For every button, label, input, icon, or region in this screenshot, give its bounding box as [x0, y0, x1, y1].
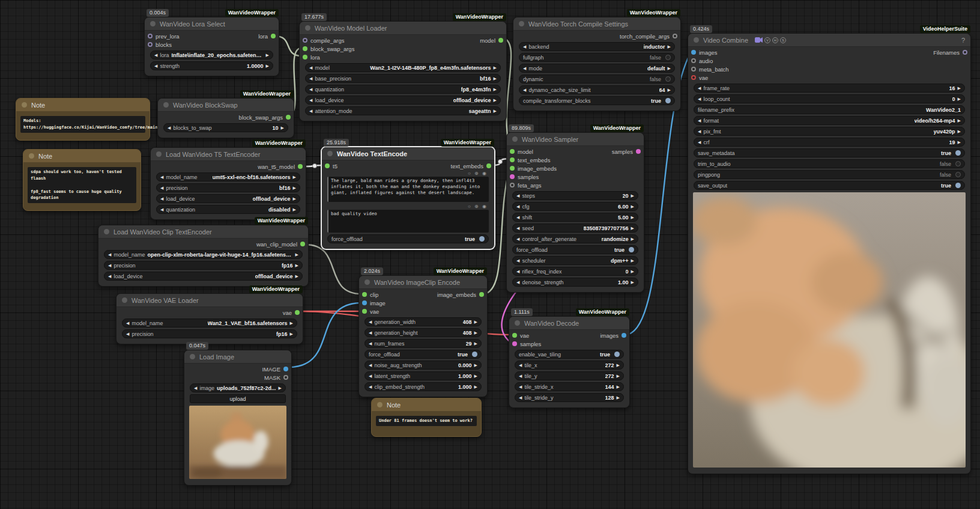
collapse-dot-icon[interactable]: [515, 320, 520, 326]
decrement-arrow-icon[interactable]: ◀: [523, 44, 526, 49]
input-dot-prev_lora[interactable]: [148, 34, 153, 38]
input-dot-audio[interactable]: [691, 58, 696, 63]
increment-arrow-icon[interactable]: ▶: [668, 44, 671, 49]
widget-frame_rate[interactable]: ◀frame_rate16▶: [694, 84, 965, 93]
decrement-arrow-icon[interactable]: ◀: [516, 269, 519, 273]
node-title-bar[interactable]: Note: [372, 398, 481, 411]
increment-arrow-icon[interactable]: ▶: [631, 280, 634, 284]
node-graph-canvas[interactable]: 0.004sWanVideoWrapperWanVideo Lora Selec…: [0, 0, 980, 509]
widget-compile_transformer_blocks[interactable]: compile_transformer_blockstrue: [519, 96, 675, 105]
widget-cfg[interactable]: ◀cfg6.00▶: [512, 202, 638, 211]
widget-steps[interactable]: ◀steps20▶: [512, 191, 638, 200]
decrement-arrow-icon[interactable]: ◀: [369, 331, 372, 335]
increment-arrow-icon[interactable]: ▶: [631, 269, 634, 273]
collapse-dot-icon[interactable]: [512, 136, 518, 142]
widget-dynamo_cache_size_limit[interactable]: ◀dynamo_cache_size_limit64▶: [519, 85, 675, 94]
output-dot-images[interactable]: [622, 333, 626, 338]
increment-arrow-icon[interactable]: ▶: [617, 363, 620, 367]
node-wanvideo-vae-loader[interactable]: WanVideoWrapperWanVideo VAE Loadervae◀mo…: [116, 293, 303, 344]
collapse-dot-icon[interactable]: [519, 21, 524, 26]
output-dot-model[interactable]: [498, 38, 503, 43]
decrement-arrow-icon[interactable]: ◀: [369, 374, 372, 378]
decrement-arrow-icon[interactable]: ◀: [369, 363, 372, 367]
output-dot-block_swap_args[interactable]: [286, 115, 291, 120]
decrement-arrow-icon[interactable]: ◀: [516, 194, 519, 198]
node-title-bar[interactable]: Video CombineVHS?: [688, 34, 970, 47]
widget-tile_stride_x[interactable]: ◀tile_stride_x144▶: [515, 382, 624, 391]
node-wanvideo-torch-compile-settings[interactable]: WanVideoWrapperWanVideo Torch Compile Se…: [513, 17, 681, 111]
increment-arrow-icon[interactable]: ▶: [494, 76, 497, 81]
decrement-arrow-icon[interactable]: ◀: [309, 109, 312, 113]
increment-arrow-icon[interactable]: ▶: [474, 341, 477, 346]
node-title-bar[interactable]: WanVideo VAE Loader: [116, 294, 303, 307]
widget-pix_fmt[interactable]: ◀pix_fmtyuv420p▶: [694, 127, 965, 136]
node-note-frames[interactable]: NoteUnder 81 frames doesn't seem to work…: [371, 398, 482, 437]
node-wanvideo-imageclip-encode[interactable]: 2.024sWanVideoWrapperWanVideo ImageClip …: [358, 275, 488, 397]
increment-arrow-icon[interactable]: ▶: [281, 126, 284, 130]
collapse-dot-icon[interactable]: [150, 21, 156, 26]
increment-arrow-icon[interactable]: ▶: [295, 263, 298, 267]
toggle-knob-icon[interactable]: [479, 236, 485, 242]
collapse-dot-icon[interactable]: [122, 297, 127, 303]
decrement-arrow-icon[interactable]: ◀: [698, 86, 701, 90]
node-load-wanvideo-t5-textencoder[interactable]: WanVideoWrapperLoad WanVideo T5 TextEnco…: [150, 147, 306, 220]
widget-crf[interactable]: ◀crf19▶: [694, 138, 965, 147]
widget-dynamic[interactable]: dynamicfalse: [519, 75, 675, 84]
increment-arrow-icon[interactable]: ▶: [290, 332, 293, 336]
decrement-arrow-icon[interactable]: ◀: [698, 118, 701, 123]
increment-arrow-icon[interactable]: ▶: [494, 87, 497, 91]
input-dot-feta_args[interactable]: [510, 183, 515, 187]
note-text[interactable]: Models: https://huggingface.co/Kijai/Wan…: [20, 116, 145, 133]
increment-arrow-icon[interactable]: ▶: [958, 86, 961, 90]
help-icon[interactable]: ?: [961, 37, 965, 44]
widget-clip_embed_strength[interactable]: ◀clip_embed_strength1.000▶: [364, 382, 482, 391]
collapse-dot-icon[interactable]: [364, 279, 370, 285]
decrement-arrow-icon[interactable]: ◀: [369, 341, 372, 346]
increment-arrow-icon[interactable]: ▶: [631, 237, 634, 241]
decrement-arrow-icon[interactable]: ◀: [523, 66, 526, 70]
decrement-arrow-icon[interactable]: ◀: [160, 207, 163, 212]
widget-backend[interactable]: ◀backendinductor▶: [519, 42, 675, 51]
decrement-arrow-icon[interactable]: ◀: [698, 97, 701, 101]
toggle-knob-icon[interactable]: [665, 55, 671, 60]
input-dot-images[interactable]: [691, 50, 696, 55]
collapse-dot-icon[interactable]: [327, 151, 333, 156]
increment-arrow-icon[interactable]: ▶: [668, 88, 671, 92]
decrement-arrow-icon[interactable]: ◀: [108, 252, 111, 257]
decrement-arrow-icon[interactable]: ◀: [160, 197, 163, 201]
increment-arrow-icon[interactable]: ▶: [293, 197, 296, 201]
increment-arrow-icon[interactable]: ▶: [293, 175, 296, 179]
node-wanvideo-sampler[interactable]: 89.809sWanVideoWrapperWanVideo Samplermo…: [506, 132, 644, 293]
toggle-knob-icon[interactable]: [472, 352, 477, 357]
increment-arrow-icon[interactable]: ▶: [958, 118, 961, 123]
increment-arrow-icon[interactable]: ▶: [474, 374, 477, 378]
decrement-arrow-icon[interactable]: ◀: [519, 363, 522, 367]
widget-image[interactable]: ◀imageuploads_752f87c2-2d...▶: [190, 383, 286, 392]
collapse-dot-icon[interactable]: [156, 151, 162, 157]
widget-save_output[interactable]: save_outputtrue: [694, 181, 965, 190]
node-title-bar[interactable]: WanVideo Sampler: [507, 133, 644, 146]
increment-arrow-icon[interactable]: ▶: [266, 64, 269, 68]
increment-arrow-icon[interactable]: ▶: [293, 207, 296, 212]
widget-tile_stride_y[interactable]: ◀tile_stride_y128▶: [515, 393, 624, 402]
widget-attention_mode[interactable]: ◀attention_modesageattn▶: [305, 106, 501, 115]
decrement-arrow-icon[interactable]: ◀: [154, 53, 157, 57]
input-dot-blocks[interactable]: [148, 42, 153, 47]
increment-arrow-icon[interactable]: ▶: [474, 385, 477, 389]
widget-quantization[interactable]: ◀quantizationfp8_e4m3fn▶: [305, 85, 501, 94]
increment-arrow-icon[interactable]: ▶: [279, 386, 282, 390]
widget-model[interactable]: ◀modelWan2_1-I2V-14B-480P_fp8_e4m3fn.saf…: [305, 63, 501, 72]
increment-arrow-icon[interactable]: ▶: [617, 395, 620, 400]
widget-generation_width[interactable]: ◀generation_width408▶: [364, 317, 482, 326]
collapse-dot-icon[interactable]: [104, 229, 109, 234]
widget-tile_y[interactable]: ◀tile_y272▶: [515, 371, 624, 380]
node-title-bar[interactable]: WanVideo BlockSwap: [158, 99, 294, 112]
widget-scheduler[interactable]: ◀schedulerdpm++▶: [512, 256, 638, 265]
increment-arrow-icon[interactable]: ▶: [617, 385, 620, 389]
toggle-knob-icon[interactable]: [665, 76, 671, 82]
collapse-dot-icon[interactable]: [305, 25, 310, 31]
output-dot-wan_t5_model[interactable]: [298, 164, 303, 169]
widget-upload[interactable]: upload: [190, 394, 286, 403]
increment-arrow-icon[interactable]: ▶: [474, 331, 477, 335]
node-load-wanvideo-clip-textencoder[interactable]: WanVideoWrapperLoad WanVideo Clip TextEn…: [98, 225, 309, 287]
